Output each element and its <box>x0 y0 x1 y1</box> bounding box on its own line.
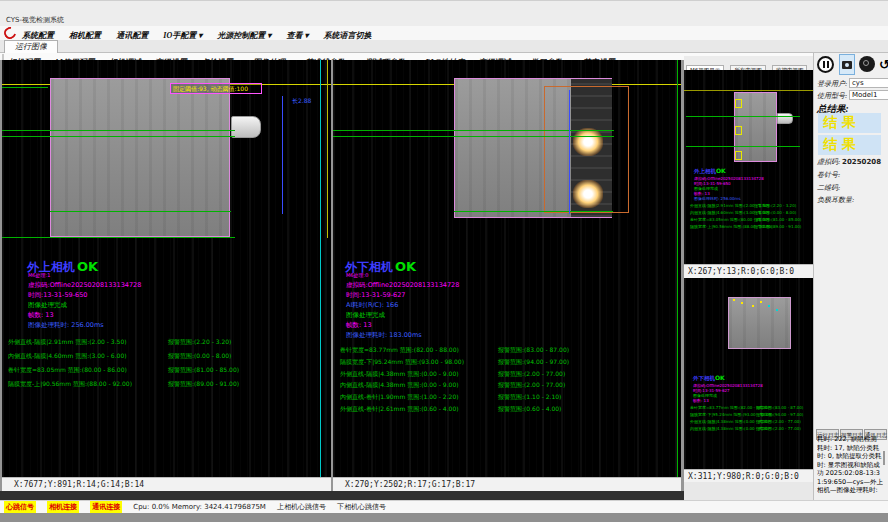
status-bar: 心跳信号 相机连接 通讯连接 Cpu: 0.0% Memory: 3424.41… <box>0 500 888 513</box>
alarm-text: 报警范围:(2.20 - 3.20) <box>754 203 796 208</box>
marker-dot-yellow <box>741 302 743 304</box>
alarm-text: 报警范围:(81.00 - 85.00) <box>754 217 801 222</box>
measure-text: 内侧直线-隔膜|4.60mm 范围:(3.00 - 6.00) <box>8 352 127 361</box>
alarm-text: 报警范围:(0.00 - 8.00) <box>168 352 231 361</box>
overlay-vline-blue <box>569 90 570 214</box>
alarm-text: 报警范围:(2.00 - 77.00) <box>756 419 801 424</box>
title-bar <box>0 0 888 26</box>
alarm-text: 报警范围:(2.00 - 77.00) <box>756 426 801 431</box>
lower-camera-heartbeat: 下相机心跳信号 <box>337 501 386 513</box>
camera-mode-button[interactable] <box>839 54 855 75</box>
camera-view-upper[interactable]: 固定阈值:93, 动态阈值:100 长2.88 外上相机OK M6处理:1 虚拟… <box>2 60 331 477</box>
pixel-coords-lower: X:270;Y:2502;R:17;G:17;B:17 <box>333 477 681 491</box>
frame-count-line: 帧数: 13 <box>346 321 372 330</box>
lens-button[interactable] <box>859 56 875 72</box>
time-line: 时间:13-31-59-627 <box>346 291 405 300</box>
login-user-row: 登录用户: cys <box>817 79 847 89</box>
blue-measure-label: 长2.88 <box>292 97 311 106</box>
model-field[interactable]: Model1 <box>849 90 888 100</box>
measure-text: 外侧直线-隔膜|2.91mm 范围:(2.00 - 3.50) <box>8 338 127 347</box>
frame-count-line: 帧数: 13 <box>693 398 709 403</box>
qr-code-row: 二维码: <box>817 183 840 193</box>
cpu-memory-status: Cpu: 0.0% Memory: 3424.41796875M <box>133 501 266 513</box>
tab-count-label: 负极耳数量: <box>817 196 854 204</box>
heartbeat-signal-badge: 心跳信号 <box>4 501 36 513</box>
window-title: CYS-视觉检测系统 <box>6 15 64 25</box>
overlay-hline-green <box>686 116 800 117</box>
overlay-vline-green <box>677 60 678 477</box>
time-line: 时间:13-31-59-650 <box>28 291 87 300</box>
elapsed-line: 图像处理耗时: 256.00ms <box>694 196 741 201</box>
pause-button[interactable] <box>817 56 834 73</box>
log-text: 耗时: 222, 缺陷检测耗时: 17, 缺陷分类耗时: 0, 缺陷提取分类耗时… <box>817 435 883 495</box>
overlay-hline-green <box>50 211 231 212</box>
frame-count-line: 帧数: 13 <box>28 311 54 320</box>
overlay-hline-green <box>2 136 235 137</box>
login-user-label: 登录用户: <box>817 80 847 88</box>
needle-number-row: 卷针号: <box>817 170 840 180</box>
alarm-text: 报警范围:(83.00 - 87.00) <box>498 346 569 355</box>
upper-camera-heartbeat: 上相机心跳信号 <box>277 501 326 513</box>
control-panel: ↺ 登录用户: cys 使用型号: Model1 总结果: 结果 结果 虚拟码:… <box>813 53 888 500</box>
virtual-code-label: 虚拟码: <box>817 158 840 166</box>
camera-connection-badge: 相机连接 <box>47 501 79 513</box>
login-user-field[interactable]: cys <box>849 78 888 88</box>
measure-text: 外侧直线-隔膜|4.38mm 范围:(0.00 - 9.00) <box>340 370 459 379</box>
overlay-hline-green <box>333 130 614 131</box>
log-scrollbar[interactable] <box>883 451 885 465</box>
virtual-code-line: 虚拟码:Offline20250208133134728 <box>346 281 459 290</box>
alarm-text: 报警范围:(94.00 - 97.00) <box>498 358 569 367</box>
result-ok-badge: OK <box>716 167 726 174</box>
part-image <box>50 78 230 237</box>
refresh-button[interactable]: ↺ <box>877 54 888 75</box>
model-label: 使用型号: <box>817 92 847 100</box>
process-done-line: 图像处理完成 <box>28 301 67 310</box>
alarm-text: 报警范围:(2.20 - 3.20) <box>168 338 231 347</box>
alarm-text: 报警范围:(83.00 - 87.00) <box>756 405 803 410</box>
overlay-hline-green <box>2 87 48 88</box>
marker-dot-yellow <box>760 301 762 303</box>
roi-marker-yellow <box>735 99 742 108</box>
gray-patch <box>684 482 813 500</box>
result-ok-badge: OK <box>395 259 416 274</box>
m6-sub-label: M6处理:0 <box>346 272 368 278</box>
overlay-hline-green <box>454 211 613 212</box>
overlay-vline-yellow <box>327 60 328 238</box>
result-ok-badge: OK <box>715 374 725 381</box>
alarm-text: 报警范围:(2.00 - 77.00) <box>498 370 565 379</box>
thumbnail-view-upper[interactable]: 外上相机OK 虚拟码:Offline20250208133134728 时间:1… <box>684 70 813 264</box>
measure-text: 隔膜宽度-下|95.24mm 范围:(93.00 - 98.00) <box>340 358 464 367</box>
camera-name: 外上相机 <box>694 168 716 174</box>
alarm-text: 报警范围:(0.60 - 4.00) <box>498 405 561 414</box>
virtual-code-value: 20250208 <box>842 158 881 166</box>
window-bottom-strip <box>0 513 888 522</box>
virtual-code-line: 虚拟码:Offline20250208133134728 <box>28 281 141 290</box>
overlay-hline-green <box>2 130 235 131</box>
model-row: 使用型号: Model1 <box>817 91 847 101</box>
result-box-lower: 结果 <box>818 135 881 155</box>
camera-view-lower[interactable]: AI处理图像 外下相机OK M6处理:0 虚拟码:Offline20250208… <box>333 60 681 477</box>
elapsed-line: 图像处理耗时: 183.00ms <box>346 331 422 340</box>
alarm-text: 报警范围:(89.00 - 91.00) <box>168 380 239 389</box>
metal-tab <box>231 116 261 138</box>
tab-row <box>0 40 888 53</box>
glow-spot <box>573 180 603 208</box>
overlay-vline-blue <box>282 96 283 214</box>
lens-icon <box>863 60 869 66</box>
process-done-line: 图像处理完成 <box>346 311 385 320</box>
thumbnail-tab-row: M6视图显示 所有内视图 监控内视图 <box>684 56 813 70</box>
alarm-text: 报警范围:(89.00 - 91.00) <box>754 224 801 229</box>
measure-text: 隔膜宽度-上|90.56mm 范围:(88.00 - 92.00) <box>8 380 132 389</box>
virtual-code-row: 虚拟码: 20250208 <box>817 157 881 167</box>
alarm-text: 报警范围:(2.00 - 77.00) <box>498 381 565 390</box>
pixel-coords-thumb-lower: X:311;Y:980;R:0;G:0;B:0 <box>684 469 813 483</box>
ai-elapsed-line: AI耗时(R/C): 166 <box>346 301 398 310</box>
camera-icon <box>842 61 852 69</box>
thumbnail-view-lower[interactable]: 外下相机OK 虚拟码:Offline20250208133134728 时间:1… <box>684 278 813 469</box>
marker-dot-yellow <box>752 305 754 307</box>
comm-connection-badge: 通讯连接 <box>90 501 122 513</box>
measure-text: 内侧直线-隔膜|4.38mm 范围:(0.00 - 9.00) <box>340 381 459 390</box>
marker-dot-cyan <box>768 305 770 307</box>
measure-text: 外侧直线-卷针|2.61mm 范围:(0.60 - 4.00) <box>340 405 459 414</box>
alarm-text: 报警范围:(94.00 - 97.00) <box>756 412 803 417</box>
